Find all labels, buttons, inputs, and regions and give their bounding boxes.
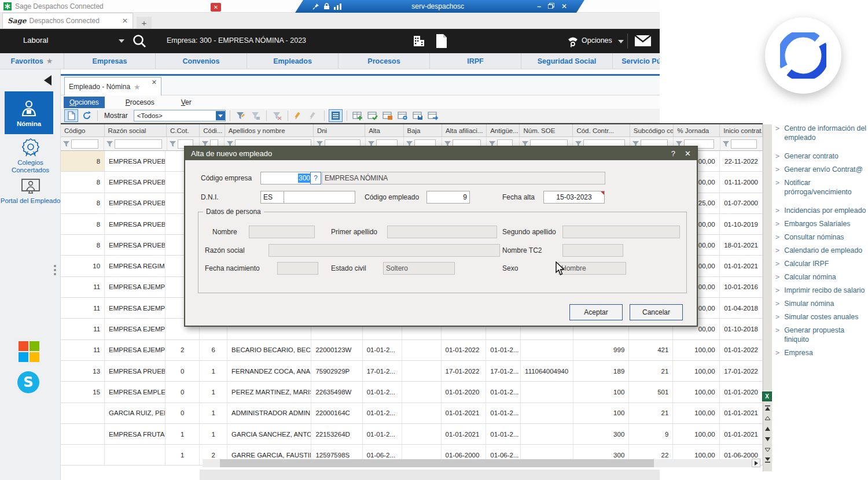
dialog-titlebar[interactable]: Alta de nuevo empleado ? ✕: [185, 147, 697, 160]
sidebar-item-nomina[interactable]: Nómina: [5, 91, 53, 134]
scroll-pageup-icon[interactable]: [763, 414, 771, 423]
table-row[interactable]: 15EMPRESA EMPLEADA...01PEREZ MARTINEZ, M…: [61, 382, 763, 403]
edit-icon[interactable]: [292, 110, 305, 121]
filter-input[interactable]: [71, 139, 98, 149]
column-header[interactable]: Razón social: [105, 124, 167, 136]
estado-civil-field[interactable]: Soltero: [383, 262, 455, 275]
grid-add-icon[interactable]: [351, 110, 364, 121]
doc-menu-ver[interactable]: Ver: [175, 97, 197, 108]
task-panel-item-15[interactable]: >Empresa: [775, 348, 867, 357]
task-panel-item-6[interactable]: >Embargos Salariales: [775, 219, 867, 228]
dni-country-field[interactable]: ES: [260, 191, 285, 204]
column-header[interactable]: Antigüe...: [487, 124, 520, 136]
help-icon[interactable]: ?: [671, 149, 675, 158]
column-header[interactable]: Apellidos y nombre: [225, 124, 314, 136]
task-panel-item-9[interactable]: >Calcular IRPF: [775, 259, 867, 268]
filter-input[interactable]: [115, 139, 162, 149]
scroll-pagedown-icon[interactable]: [763, 445, 771, 454]
document-tab[interactable]: Empleado - Nómina ★ ✕: [64, 77, 161, 96]
new-record-button[interactable]: [64, 109, 78, 122]
column-header[interactable]: Núm. SOE: [520, 124, 573, 136]
doc-menu-opciones[interactable]: Opciones: [64, 97, 105, 108]
search-icon[interactable]: [132, 34, 147, 51]
task-panel-item-14[interactable]: >Generar propuesta finiquito: [775, 326, 867, 344]
filter-save-icon[interactable]: [249, 110, 262, 121]
grid-save-icon[interactable]: [411, 110, 424, 121]
microsoft-logo-icon[interactable]: [19, 341, 39, 362]
column-header[interactable]: Cód. Contr...: [573, 124, 630, 136]
codigo-empresa-field[interactable]: 300: [260, 172, 315, 184]
column-header[interactable]: Inicio contrat...: [720, 124, 763, 136]
grid-export-icon[interactable]: [426, 110, 439, 121]
task-panel-item-4[interactable]: >Notificar prórroga/vencimiento: [775, 178, 867, 197]
task-panel-item-7[interactable]: >Consultar nóminas: [775, 232, 867, 242]
task-panel-item-5[interactable]: >Incidencias por empleado: [775, 206, 867, 215]
sidebar-item-colegios[interactable]: Colegios Concertados: [0, 138, 61, 174]
sidebar-drag-handle[interactable]: [54, 265, 56, 275]
dialog-close-icon[interactable]: ✕: [685, 149, 691, 158]
browser-tab[interactable]: Sage Despachos Connected ✕: [2, 13, 133, 28]
column-header[interactable]: Dni: [314, 124, 365, 136]
codigo-empleado-field[interactable]: 9: [426, 191, 470, 204]
minimize-icon[interactable]: –: [537, 2, 541, 10]
table-row[interactable]: 13EMPRESA PRUEBAS C...01FERNANDEZ COCA, …: [61, 361, 763, 382]
horizontal-scrollbar-thumb[interactable]: [220, 459, 654, 467]
menu-item-irpf[interactable]: IRPF: [430, 53, 521, 69]
column-header[interactable]: Alta afiliaci...: [442, 124, 487, 136]
task-panel-item-11[interactable]: >Imprimir recibo de salario: [775, 286, 867, 295]
menu-item-procesos[interactable]: Procesos: [339, 53, 430, 69]
skype-icon[interactable]: S: [17, 371, 39, 393]
table-row[interactable]: 11EMPRESA EJEMPLO L...26BECARIO BECARIO,…: [61, 340, 763, 361]
task-panel-item-8[interactable]: >Calendario de empleado: [775, 246, 867, 255]
column-header[interactable]: Subcódigo con...: [630, 124, 674, 136]
scroll-bottom-icon[interactable]: [763, 456, 771, 464]
filter-clear-icon[interactable]: [271, 110, 284, 121]
close-icon[interactable]: ✕: [561, 2, 567, 10]
column-header[interactable]: Código: [61, 124, 105, 136]
list-view-button[interactable]: [329, 109, 343, 122]
scroll-down-icon[interactable]: [763, 435, 771, 444]
task-panel-item-3[interactable]: >Generar envío Contrat@: [775, 165, 867, 174]
favorite-star-icon[interactable]: ★: [134, 83, 141, 91]
grid-check-icon[interactable]: [366, 110, 379, 121]
filter-input[interactable]: [731, 139, 757, 149]
task-panel-item-13[interactable]: >Simular costes anuales: [775, 312, 867, 322]
excel-export-icon[interactable]: X: [762, 392, 772, 401]
fecha-alta-field[interactable]: 15-03-2023: [543, 191, 605, 204]
sexo-field[interactable]: Hombre: [558, 262, 626, 275]
menu-item-seguridad-social[interactable]: Seguridad Social: [521, 53, 613, 69]
menu-item-favoritos[interactable]: Favoritos★: [0, 53, 64, 69]
scroll-right-icon[interactable]: [752, 459, 760, 467]
module-selector[interactable]: Laboral: [23, 36, 48, 45]
filter-edit-icon[interactable]: [234, 110, 247, 121]
sidebar-item-portal[interactable]: Portal del Empleado: [0, 178, 61, 205]
table-row[interactable]: EMPRESA FRUTAS Y ...11GARCIA SANCHEZ, AN…: [61, 424, 763, 445]
new-tab-button[interactable]: +: [137, 17, 152, 28]
menu-item-convenios[interactable]: Convenios: [156, 53, 247, 69]
mostrar-dropdown[interactable]: <Todos>: [134, 110, 226, 121]
task-panel-item-12[interactable]: >Simular nómina: [775, 299, 867, 308]
edit-disabled-icon[interactable]: [307, 110, 320, 121]
column-header[interactable]: Códi...: [200, 124, 225, 136]
column-header[interactable]: Alta: [365, 124, 403, 136]
company-icon[interactable]: [412, 34, 426, 50]
scroll-up-icon[interactable]: [763, 424, 771, 433]
mail-icon[interactable]: [634, 35, 652, 49]
tab-close-icon[interactable]: ✕: [122, 17, 128, 25]
scroll-top-icon[interactable]: [763, 404, 771, 412]
opciones-menu[interactable]: Opciones: [582, 36, 612, 45]
pin-icon[interactable]: [312, 3, 319, 10]
restore-icon[interactable]: [548, 2, 554, 10]
cancelar-button[interactable]: Cancelar: [630, 304, 683, 320]
refresh-button[interactable]: [80, 110, 93, 121]
table-row[interactable]: GARCIA RUIZ, PEPE01ADMINISTRADOR ADMINIS…: [61, 403, 763, 424]
aceptar-button[interactable]: Aceptar: [569, 304, 623, 320]
chevron-down-icon[interactable]: [216, 111, 225, 120]
grid-orange-icon[interactable]: [381, 110, 394, 121]
task-panel-item-10[interactable]: >Calcular nómina: [775, 272, 867, 282]
menu-item-servicio-p-blic[interactable]: Servicio Públic: [613, 53, 660, 69]
document-tab-close-icon[interactable]: ✕: [152, 79, 157, 86]
grid-settings-icon[interactable]: [396, 110, 409, 121]
menu-item-empleados[interactable]: Empleados: [247, 53, 339, 69]
phone-support-icon[interactable]: [566, 34, 580, 50]
